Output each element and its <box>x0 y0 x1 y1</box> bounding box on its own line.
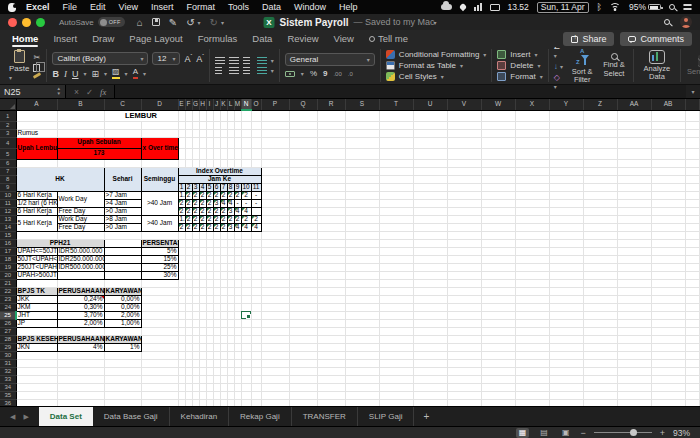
cell-AA21[interactable] <box>617 279 651 287</box>
cell-S15[interactable] <box>345 231 379 239</box>
ribbon-tab-draw[interactable]: Draw <box>92 30 114 47</box>
cell-Y29[interactable] <box>549 343 583 351</box>
cell-P22[interactable] <box>261 287 289 295</box>
cell-R24[interactable] <box>317 303 345 311</box>
cell-E19[interactable] <box>178 263 185 271</box>
cell-Z17[interactable] <box>583 247 617 255</box>
cell-Z35[interactable] <box>583 391 617 399</box>
cell-AB4[interactable] <box>651 137 685 148</box>
menu-item-insert[interactable]: Insert <box>151 2 174 12</box>
cell-X2[interactable] <box>515 121 549 129</box>
next-sheet-icon[interactable]: ▶ <box>23 413 28 421</box>
cell-M32[interactable] <box>234 367 241 375</box>
cell-AB15[interactable] <box>651 231 685 239</box>
cell-L16[interactable] <box>227 239 234 247</box>
column-header-B[interactable]: B <box>57 99 104 110</box>
cell-O29[interactable] <box>251 343 261 351</box>
cell-G28[interactable] <box>192 335 199 343</box>
cell-I35[interactable] <box>206 391 213 399</box>
cell-E3[interactable] <box>178 129 185 137</box>
fill-button[interactable]: ↓ ▾ <box>554 62 565 71</box>
cell-J23[interactable] <box>213 295 220 303</box>
cell-E7[interactable]: Index Overtime <box>178 167 261 175</box>
cell-A4[interactable]: Upah Lembur = <box>16 137 57 159</box>
cell-AB18[interactable] <box>651 255 685 263</box>
cell-S36[interactable] <box>345 399 379 406</box>
document-title[interactable]: Sistem Payroll <box>280 17 349 28</box>
cell-D27[interactable] <box>141 327 178 335</box>
cell-T14[interactable] <box>379 223 413 231</box>
cell-E2[interactable] <box>178 121 185 129</box>
zoom-out-button[interactable]: − <box>580 428 585 438</box>
cell-Q6[interactable] <box>289 159 317 167</box>
cell-T22[interactable] <box>379 287 413 295</box>
cell-W10[interactable] <box>481 191 515 199</box>
add-sheet-button[interactable]: + <box>414 407 438 426</box>
cell-P32[interactable] <box>261 367 289 375</box>
cell-J2[interactable] <box>213 121 220 129</box>
cell-X23[interactable] <box>515 295 549 303</box>
row-header-8[interactable]: 8 <box>0 175 16 183</box>
cell-F18[interactable] <box>185 255 192 263</box>
cell-T26[interactable] <box>379 319 413 327</box>
zoom-in-button[interactable]: + <box>660 428 665 438</box>
cell-U5[interactable] <box>413 148 447 159</box>
cell-T17[interactable] <box>379 247 413 255</box>
cell-I23[interactable] <box>206 295 213 303</box>
cell-L4[interactable] <box>227 137 234 148</box>
cell-N25[interactable] <box>241 311 251 319</box>
format-as-table-button[interactable]: Format as Table▾ <box>386 61 487 70</box>
fill-color-icon[interactable]: ▨ <box>112 68 120 79</box>
cell-H30[interactable] <box>199 351 206 359</box>
cell-G19[interactable] <box>192 263 199 271</box>
cell-C13[interactable]: >8 Jam <box>104 215 141 223</box>
cell-L32[interactable] <box>227 367 234 375</box>
cancel-entry-icon[interactable]: × <box>74 87 79 97</box>
cell-M17[interactable] <box>234 247 241 255</box>
confirm-entry-icon[interactable]: ✓ <box>86 87 93 97</box>
cell-Y33[interactable] <box>549 375 583 383</box>
cell-U23[interactable] <box>413 295 447 303</box>
cell-AB23[interactable] <box>651 295 685 303</box>
cell-AA18[interactable] <box>617 255 651 263</box>
cell-V14[interactable] <box>447 223 481 231</box>
cell-N14[interactable]: 4 <box>241 223 251 231</box>
cell-J24[interactable] <box>213 303 220 311</box>
cell-H16[interactable] <box>199 239 206 247</box>
cell-N1[interactable] <box>241 110 251 121</box>
cell-F28[interactable] <box>185 335 192 343</box>
cell-F20[interactable] <box>185 271 192 279</box>
cell-S18[interactable] <box>345 255 379 263</box>
cell-A17[interactable]: UPAH<=50JT <box>16 247 57 255</box>
menu-item-help[interactable]: Help <box>339 2 358 12</box>
cell-K32[interactable] <box>220 367 227 375</box>
cell-D19[interactable]: 25% <box>141 263 178 271</box>
cell-T7[interactable] <box>379 167 413 175</box>
cell-U24[interactable] <box>413 303 447 311</box>
ribbon-tab-tell-me[interactable]: Tell me <box>369 30 408 47</box>
cell-L15[interactable] <box>227 231 234 239</box>
cell-S5[interactable] <box>345 148 379 159</box>
cell-Y26[interactable] <box>549 319 583 327</box>
align-middle-icon[interactable] <box>229 57 239 64</box>
cell-V36[interactable] <box>447 399 481 406</box>
cell-E31[interactable] <box>178 359 185 367</box>
cell-C11[interactable]: >4 Jam <box>104 199 141 207</box>
cell-C17[interactable] <box>104 247 141 255</box>
cell-H2[interactable] <box>199 121 206 129</box>
cell-R27[interactable] <box>317 327 345 335</box>
cell-G11[interactable]: 2 <box>192 199 199 207</box>
cell-G33[interactable] <box>192 375 199 383</box>
cell-N29[interactable] <box>241 343 251 351</box>
menu-clock[interactable]: 13.52 <box>508 2 529 12</box>
align-center-icon[interactable] <box>229 67 239 74</box>
cell-S33[interactable] <box>345 375 379 383</box>
cell-Y15[interactable] <box>549 231 583 239</box>
cell-H21[interactable] <box>199 279 206 287</box>
cell-A15[interactable] <box>16 231 57 239</box>
row-header-19[interactable]: 19 <box>0 263 16 271</box>
cell-V28[interactable] <box>447 335 481 343</box>
cell-X12[interactable] <box>515 207 549 215</box>
cell-AB27[interactable] <box>651 327 685 335</box>
cell-E13[interactable]: 1.5 <box>178 215 185 223</box>
